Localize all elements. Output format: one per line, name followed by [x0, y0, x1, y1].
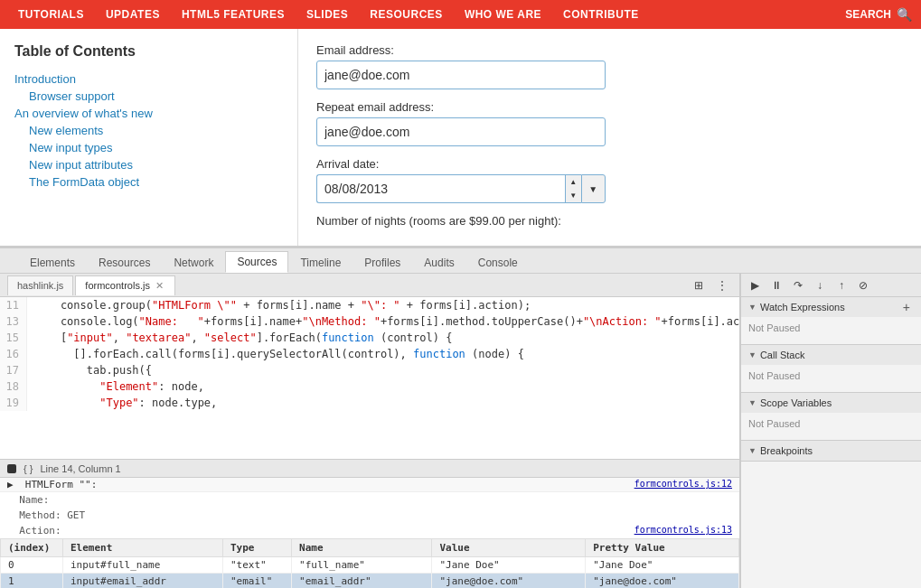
arrival-date-input[interactable]	[316, 174, 565, 203]
devtools-panel: Elements Resources Network Sources Timel…	[0, 247, 921, 588]
watch-expressions-header[interactable]: ▼ Watch Expressions +	[741, 297, 921, 317]
toc-introduction[interactable]: Introduction	[14, 70, 283, 88]
console-action-line: Action: formcontrols.js:13	[0, 523, 739, 538]
breakpoints-header[interactable]: ▼ Breakpoints	[741, 441, 921, 461]
nav-contribute[interactable]: CONTRIBUTE	[554, 3, 648, 26]
call-stack-header[interactable]: ▼ Call Stack	[741, 345, 921, 365]
status-curly: { }	[23, 463, 33, 474]
table-row[interactable]: 1input#email_addr"email""email_addr""jan…	[1, 574, 739, 589]
toc-formdata[interactable]: The FormData object	[14, 173, 283, 191]
table-row[interactable]: 0input#full_name"text""full_name""Jane D…	[1, 557, 739, 574]
toc-new-elements[interactable]: New elements	[14, 122, 283, 139]
step-into-button[interactable]: ↓	[810, 276, 830, 294]
tab-elements[interactable]: Elements	[18, 251, 87, 273]
tab-timeline[interactable]: Timeline	[288, 251, 352, 273]
breakpoints-collapse-icon: ▼	[748, 446, 757, 455]
data-table: (index) Element Type Name Value Pretty V…	[0, 538, 739, 588]
file-tab-formcontrols[interactable]: formcontrols.js ✕	[75, 275, 175, 295]
console-method-line: Method: GET	[0, 508, 739, 523]
debugger-toolbar: ▶ ⏸ ↷ ↓ ↑ ⊘	[741, 274, 921, 297]
console-expand-line[interactable]: ▶ HTMLForm "": formcontrols.js:12	[0, 478, 739, 492]
arrival-label: Arrival date:	[316, 157, 903, 171]
add-watch-button[interactable]: +	[899, 300, 914, 314]
file-tab-hashlink[interactable]: hashlink.js	[7, 275, 73, 295]
file-tabs: hashlink.js formcontrols.js ✕ ⊞ ⋮	[0, 274, 739, 297]
file-tab-formcontrols-label: formcontrols.js	[85, 280, 150, 291]
table-cell: 1	[1, 574, 63, 589]
panel-more-button[interactable]: ⋮	[712, 276, 732, 294]
panel-detach-button[interactable]: ⊞	[689, 276, 709, 294]
step-out-button[interactable]: ↑	[832, 276, 851, 294]
status-bar: { } Line 14, Column 1	[0, 459, 739, 477]
code-line-17: 17 tab.push({	[0, 362, 739, 378]
table-cell: input#email_addr	[62, 574, 222, 589]
tab-network[interactable]: Network	[162, 251, 225, 273]
nav-html5features[interactable]: HTML5 FEATURES	[173, 3, 294, 26]
repeat-email-input[interactable]	[316, 117, 606, 146]
watch-expressions-label: Watch Expressions	[760, 302, 845, 313]
breakpoint-indicator	[7, 464, 16, 473]
tab-audits[interactable]: Audits	[412, 251, 465, 273]
toc-new-input-attrs[interactable]: New input attributes	[14, 156, 283, 173]
nav-tutorials[interactable]: TUTORIALS	[9, 3, 93, 26]
page-section: Table of Contents Introduction Browser s…	[0, 29, 921, 247]
breakpoints-label: Breakpoints	[760, 445, 813, 456]
watch-expressions-section: ▼ Watch Expressions + Not Paused	[741, 297, 921, 345]
code-line-19: 19 "Type": node.type,	[0, 395, 739, 411]
devtools-tabbar: Elements Resources Network Sources Timel…	[0, 248, 921, 274]
deactivate-button[interactable]: ⊘	[853, 276, 873, 294]
toc-overview[interactable]: An overview of what's new	[14, 105, 283, 122]
tab-resources[interactable]: Resources	[87, 251, 162, 273]
pause-button[interactable]: ⏸	[766, 276, 786, 294]
table-cell: "Jane Doe"	[432, 557, 586, 574]
col-name: Name	[292, 539, 432, 557]
tab-console[interactable]: Console	[466, 251, 530, 273]
scope-variables-header[interactable]: ▼ Scope Variables	[741, 393, 921, 413]
file-tab-hashlink-label: hashlink.js	[17, 280, 63, 291]
toc-browser-support[interactable]: Browser support	[14, 88, 283, 105]
col-element: Element	[62, 539, 222, 557]
date-down-button[interactable]: ▼	[566, 189, 581, 202]
call-stack-content: Not Paused	[741, 365, 921, 392]
email-input[interactable]	[316, 61, 606, 89]
console-name-line: Name:	[0, 492, 739, 508]
step-over-button[interactable]: ↷	[788, 276, 808, 294]
toc-new-input-types[interactable]: New input types	[14, 139, 283, 156]
table-cell: input#full_name	[62, 557, 222, 574]
console-htmlform-text: HTMLForm "":	[19, 479, 97, 490]
nav-updates[interactable]: UPDATES	[97, 3, 169, 26]
col-pretty: Pretty Value	[586, 539, 739, 557]
table-cell: "text"	[222, 557, 291, 574]
editor-panel: hashlink.js formcontrols.js ✕ ⊞ ⋮ 11	[0, 274, 740, 588]
table-cell: "jane@doe.com"	[432, 574, 586, 589]
arrival-date-wrapper: ▲ ▼ ▼	[316, 174, 606, 203]
nav-slides[interactable]: SLIDES	[297, 3, 357, 26]
right-panel: ▶ ⏸ ↷ ↓ ↑ ⊘ ▼ Watch Expressions + Not Pa…	[740, 274, 921, 588]
toc-title: Table of Contents	[14, 43, 283, 60]
scope-variables-section: ▼ Scope Variables Not Paused	[741, 393, 921, 441]
tab-sources[interactable]: Sources	[225, 251, 288, 273]
resume-button[interactable]: ▶	[745, 276, 765, 294]
formcontrols-link-1[interactable]: formcontrols.js:12	[634, 479, 732, 489]
main-content: Table of Contents Introduction Browser s…	[0, 29, 921, 588]
nav-resources[interactable]: RESOURCES	[361, 3, 452, 26]
expand-arrow-icon: ▶	[7, 479, 14, 490]
table-cell: "email"	[222, 574, 291, 589]
search-button[interactable]: SEARCH 🔍	[845, 7, 912, 22]
top-navigation: TUTORIALS UPDATES HTML5 FEATURES SLIDES …	[0, 0, 921, 29]
watch-collapse-icon: ▼	[748, 303, 757, 312]
scope-variables-label: Scope Variables	[760, 397, 832, 408]
date-up-button[interactable]: ▲	[566, 175, 581, 189]
formcontrols-link-2[interactable]: formcontrols.js:13	[634, 525, 732, 535]
file-tab-close-icon[interactable]: ✕	[154, 280, 165, 292]
col-index: (index)	[1, 539, 63, 557]
code-editor[interactable]: 11 console.group("HTMLForm \"" + forms[i…	[0, 297, 739, 459]
date-dropdown-button[interactable]: ▼	[581, 174, 606, 203]
scope-variables-content: Not Paused	[741, 413, 921, 440]
table-body: 0input#full_name"text""full_name""Jane D…	[1, 557, 739, 589]
nav-whoweare[interactable]: WHO WE ARE	[456, 3, 550, 26]
code-line-16: 16 [].forEach.call(forms[i].querySelecto…	[0, 346, 739, 362]
tab-profiles[interactable]: Profiles	[352, 251, 412, 273]
date-spinner: ▲ ▼	[565, 174, 581, 203]
call-stack-label: Call Stack	[760, 350, 805, 360]
